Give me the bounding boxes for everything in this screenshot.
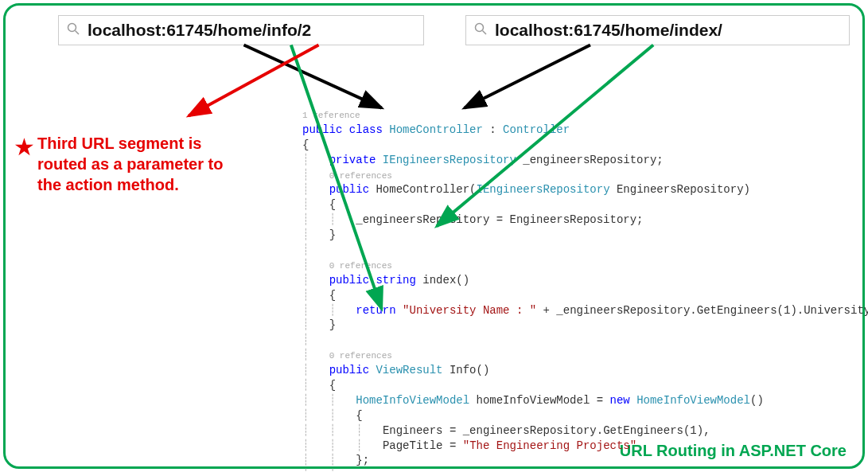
svg-point-0 xyxy=(68,23,76,31)
diagram-frame: localhost:61745/home/info/2 localhost:61… xyxy=(3,3,865,469)
url-box-left: localhost:61745/home/info/2 xyxy=(58,15,424,45)
callout-line3: the action method. xyxy=(37,174,223,195)
url-right-text: localhost:61745/home/index/ xyxy=(495,21,722,40)
svg-line-1 xyxy=(76,30,80,34)
svg-point-2 xyxy=(476,23,484,31)
svg-line-3 xyxy=(483,30,487,34)
url-box-right: localhost:61745/home/index/ xyxy=(465,15,850,45)
search-icon xyxy=(474,22,487,39)
callout-line1: Third URL segment is xyxy=(37,133,223,154)
code-block: 1 reference public class HomeController … xyxy=(302,107,868,472)
arrow-param-to-callout xyxy=(189,45,318,115)
callout-line2: routed as a parameter to xyxy=(37,154,223,174)
callout-text: Third URL segment is routed as a paramet… xyxy=(37,133,223,195)
arrow-left-to-class xyxy=(243,45,381,107)
search-icon xyxy=(67,22,80,39)
star-icon: ★ xyxy=(14,133,35,161)
arrow-right-to-class xyxy=(465,45,590,107)
url-left-text: localhost:61745/home/info/2 xyxy=(88,21,311,40)
